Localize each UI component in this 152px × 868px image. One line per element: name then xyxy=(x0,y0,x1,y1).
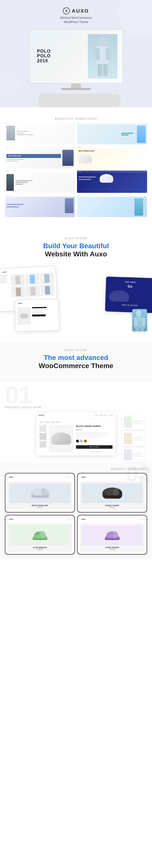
comparing-section: 02 PRODUCT COMPARING AUXO xyxy=(0,463,152,559)
compare-phone-3: AUXO BL xyxy=(5,515,75,555)
advanced-section: AUXO STORE The most advanced WooCommerce… xyxy=(0,341,152,381)
thumb-3[interactable] xyxy=(39,441,46,448)
phone-icons-4 xyxy=(140,519,143,520)
add-to-cart-button[interactable]: ADD TO CART xyxy=(76,445,113,449)
homepage-item-4[interactable]: BIG PORDS 2019 xyxy=(77,146,147,168)
phone-nav-3: AUXO xyxy=(7,518,72,521)
phone-icons-1 xyxy=(66,477,71,478)
product-title: BLACK SHOES PORDS xyxy=(76,425,113,428)
phone-logo-4: AUXO xyxy=(81,519,85,520)
homepage-item-8[interactable] xyxy=(77,195,147,217)
desktop-mockup: POLOPOLO2019 xyxy=(17,29,135,107)
product-thumbnails xyxy=(39,425,46,453)
compare-phones-row: AUXO xyxy=(5,473,147,513)
wishlist-link[interactable]: + Add to wishlist xyxy=(76,451,113,453)
build-title-1: Build Your Beautiful xyxy=(5,242,147,250)
svg-rect-19 xyxy=(104,495,121,497)
hero-mockup: POLOPOLO2019 xyxy=(5,29,147,107)
build-label: AUXO STORE xyxy=(5,237,147,240)
right-product-3 xyxy=(122,447,145,462)
right-product-1 xyxy=(122,415,145,430)
floating-tablets: AUXO xyxy=(0,262,152,336)
hero-section: AUXO Minimal WooCommerce WordPress Theme… xyxy=(0,0,152,107)
compare-product-image-4 xyxy=(82,525,143,545)
compare-product-white: WHITE SHOES MEN $ 42.00 xyxy=(7,482,72,510)
svg-rect-23 xyxy=(33,538,47,540)
phone-nav-4: AUXO xyxy=(80,518,145,521)
compare-product-3: BLUE SNEAKER $ 38.00 xyxy=(7,523,72,552)
compare-product-name-4: SPORT RUNNER xyxy=(82,547,143,548)
homepage-item-6[interactable] xyxy=(77,170,147,193)
svg-rect-9 xyxy=(142,318,146,327)
homepage-item-2[interactable] xyxy=(77,122,147,144)
compare-product-image-dark xyxy=(82,483,143,503)
svg-rect-2 xyxy=(95,48,100,60)
product-options xyxy=(76,440,113,442)
product-description xyxy=(76,432,113,437)
brand-name: AUXO xyxy=(72,8,89,14)
compare-product-image-3 xyxy=(9,525,70,545)
quickview-section: 01 PRODUCT QUICK VIEW AUXO Shop Blog Abo… xyxy=(0,381,152,463)
brand-icon xyxy=(63,7,70,14)
desktop-stand xyxy=(71,84,81,88)
phone-logo-2: AUXO xyxy=(81,476,85,478)
desktop-base xyxy=(61,88,91,90)
desktop-mouse xyxy=(111,94,120,107)
floating-product-image xyxy=(132,309,147,331)
svg-point-14 xyxy=(41,488,47,496)
advanced-label: AUXO STORE xyxy=(5,349,147,351)
build-section: AUXO STORE Build Your Beautiful Website … xyxy=(0,227,152,341)
advanced-title-2: WooCommerce Theme xyxy=(5,362,147,370)
svg-rect-3 xyxy=(106,48,110,60)
icon-dot xyxy=(140,519,141,520)
quickview-mockup-area: AUXO Shop Blog About Contact Home / Shop… xyxy=(5,412,147,455)
svg-point-25 xyxy=(34,533,37,536)
desktop-keyboard xyxy=(39,94,113,107)
advanced-title-1: The most advanced xyxy=(5,353,147,362)
svg-rect-4 xyxy=(98,64,102,76)
homepage-item-5[interactable] xyxy=(5,170,75,193)
svg-rect-0 xyxy=(99,37,106,46)
homepage-item-1[interactable] xyxy=(5,122,75,144)
compare-product-image-white xyxy=(9,483,70,503)
build-title-2: Website With Auxo xyxy=(5,250,147,258)
product-quickview-card: AUXO Shop Blog About Contact Home / Shop… xyxy=(37,412,115,455)
tablet-mockup-3: AUXO xyxy=(14,299,60,332)
feature-label-1: PRODUCT QUICK VIEW xyxy=(5,406,147,409)
compare-product-4: SPORT RUNNER $ 55.00 xyxy=(80,523,145,552)
color-swatch-brown[interactable] xyxy=(84,440,87,442)
product-detail-area: BLACK SHOES PORDS $36.00 xyxy=(39,425,113,453)
comparing-label: PRODUCT COMPARING xyxy=(5,468,147,470)
feature-number-1: 01 xyxy=(5,384,152,406)
compare-product-name-1: WHITE SHOES MEN xyxy=(9,504,70,506)
thumb-1[interactable] xyxy=(39,425,46,432)
compare-phones-row-2: AUXO BL xyxy=(5,515,147,555)
compare-product-price-2: $ 62.00 xyxy=(82,506,143,508)
icon-dot xyxy=(70,519,71,520)
thumb-2[interactable] xyxy=(39,433,46,440)
svg-rect-5 xyxy=(103,64,108,76)
icon-dot xyxy=(70,477,71,478)
homepages-label: BEAUTIFUL HOMEPAGES xyxy=(5,117,147,120)
homepage-grid: UP TO 30% OFF BIG PORDS 2019 xyxy=(5,122,147,217)
compare-product-price-3: $ 38.00 xyxy=(9,548,70,550)
compare-product-name-3: BLUE SNEAKER xyxy=(9,547,70,548)
screen-figure xyxy=(88,34,117,79)
homepage-item-7[interactable] xyxy=(5,195,75,217)
compare-phone-4: AUXO SPORT RUNNER $ 55.00 xyxy=(77,515,147,555)
compare-product-price-1: $ 42.00 xyxy=(9,506,70,508)
svg-rect-15 xyxy=(31,495,49,497)
svg-point-18 xyxy=(113,488,119,496)
tablet-mockup-2: THE NEW Go VIEW COLLECTION xyxy=(105,276,152,313)
phone-logo-3: AUXO xyxy=(9,519,13,520)
card-nav-logo: AUXO xyxy=(38,414,44,416)
phone-logo-1: AUXO xyxy=(9,476,13,478)
feature-number-2: 02 xyxy=(126,463,151,485)
product-price: $36.00 xyxy=(76,429,113,431)
icon-dot xyxy=(66,477,67,478)
homepage-item-3[interactable]: UP TO 30% OFF xyxy=(5,146,75,168)
svg-rect-10 xyxy=(135,328,139,331)
icon-dot xyxy=(68,477,69,478)
color-swatch-light[interactable] xyxy=(80,440,83,442)
color-swatch-dark[interactable] xyxy=(76,440,79,442)
